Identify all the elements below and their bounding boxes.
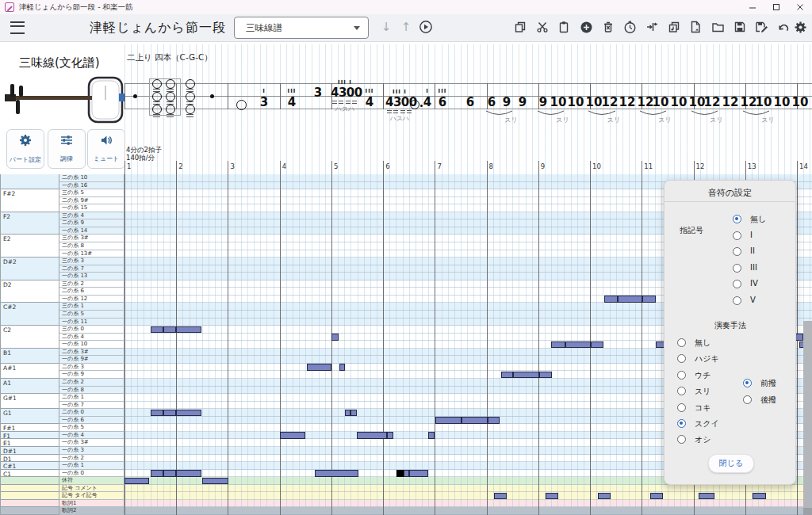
measure-number: 8: [489, 162, 493, 170]
radio-technique-2[interactable]: [677, 371, 686, 380]
row-string-label: 一の糸 9: [59, 371, 124, 379]
radio-technique-4[interactable]: [677, 403, 686, 412]
note-block[interactable]: [176, 410, 201, 416]
radio-finger-3[interactable]: [733, 264, 741, 273]
note-block[interactable]: [551, 341, 565, 348]
note-block[interactable]: [591, 341, 603, 348]
tab-beam: [332, 101, 337, 101]
row-string-label: 二の糸 2: [59, 379, 124, 387]
note-block[interactable]: [753, 493, 766, 499]
row-note-label: [0, 477, 59, 485]
tab-beam: [346, 101, 350, 101]
radio-technique-1[interactable]: [677, 354, 686, 363]
row-string-label: 一の糸 8: [59, 387, 124, 395]
note-block[interactable]: [488, 417, 500, 423]
row-string-label: 三の糸 1: [59, 303, 124, 311]
note-block[interactable]: [404, 470, 409, 476]
tab-number: 10: [549, 96, 568, 109]
tab-finger-mark: III I: [385, 89, 414, 95]
radio-label: ハジキ: [695, 353, 719, 364]
note-block[interactable]: [202, 478, 228, 484]
note-block[interactable]: [151, 326, 163, 333]
panel-title: 音符の設定: [665, 187, 795, 199]
close-panel-button[interactable]: 閉じる: [708, 454, 754, 473]
row-string-label: 一の糸 3: [59, 447, 124, 455]
tab-open-string: [236, 100, 247, 110]
row-string-label: 二の糸 6: [59, 288, 124, 296]
note-block[interactable]: [331, 334, 339, 340]
measure-number: 9: [541, 162, 545, 170]
radio-finger-5[interactable]: [733, 296, 741, 305]
note-block[interactable]: [124, 478, 149, 484]
measure-line: [487, 161, 488, 515]
tab-number: 3: [255, 96, 274, 109]
tab-open-string: [186, 79, 195, 89]
radio-label: II: [750, 246, 755, 255]
radio-stroke-0[interactable]: [743, 379, 752, 387]
note-block[interactable]: [339, 364, 345, 370]
note-block[interactable]: [539, 372, 552, 378]
tab-open-string: [410, 100, 419, 109]
note-block[interactable]: [494, 493, 507, 499]
radio-technique-0[interactable]: [677, 338, 686, 347]
app-window: 津軽じょんから節一段 - 和楽一筋 津軽じょんから節一段 三味線譜 ↓↑ 三味線…: [0, 0, 812, 515]
row-note-label: C#2: [0, 303, 59, 326]
note-block[interactable]: [176, 470, 201, 476]
note-block[interactable]: [151, 470, 163, 476]
tab-beam: [400, 110, 405, 111]
note-block[interactable]: [163, 326, 176, 333]
finger-symbol-label: 指記号: [680, 225, 703, 236]
row-string-label: 三の糸 0: [59, 326, 124, 334]
measure-line: [124, 161, 125, 515]
note-block[interactable]: [699, 493, 714, 499]
note-block[interactable]: [176, 326, 201, 333]
note-block[interactable]: [604, 296, 618, 302]
tab-number: 3: [308, 86, 327, 99]
radio-technique-3[interactable]: [677, 387, 686, 395]
note-block[interactable]: [345, 410, 350, 416]
note-block[interactable]: [598, 493, 611, 499]
note-block[interactable]: [513, 372, 539, 378]
technique-label: 演奏手法: [714, 320, 746, 331]
note-block[interactable]: [409, 470, 428, 476]
tab-number: 10: [754, 96, 773, 109]
note-block[interactable]: [642, 296, 656, 302]
note-block[interactable]: [307, 364, 331, 370]
note-block[interactable]: [163, 470, 176, 476]
note-block[interactable]: [428, 432, 435, 438]
tab-technique-label: ハスハ: [329, 105, 361, 113]
tab-beam: [387, 110, 392, 111]
note-block[interactable]: [435, 417, 462, 423]
note-block[interactable]: [501, 372, 513, 378]
radio-technique-5[interactable]: [677, 419, 686, 428]
note-block[interactable]: [565, 341, 591, 348]
tab-beam: [167, 114, 174, 115]
note-block[interactable]: [387, 432, 393, 438]
tab-open-string: [186, 92, 195, 101]
tab-beam: [352, 101, 357, 101]
note-block[interactable]: [151, 410, 163, 416]
row-string-label: 二の糸 5: [59, 311, 124, 319]
radio-finger-1[interactable]: [733, 231, 741, 240]
note-block[interactable]: [350, 410, 357, 416]
note-block[interactable]: [546, 493, 558, 499]
note-block[interactable]: [650, 493, 663, 499]
row-string-label: 一の糸 13: [59, 273, 124, 280]
note-block[interactable]: [462, 417, 488, 423]
tab-beam: [186, 116, 193, 117]
note-block[interactable]: [396, 470, 404, 476]
note-block[interactable]: [618, 296, 642, 302]
row-note-label: C1: [0, 470, 59, 478]
radio-finger-2[interactable]: [733, 247, 741, 256]
row-note-label: D2: [0, 280, 59, 303]
note-block[interactable]: [357, 432, 387, 438]
tab-open-string: [166, 92, 175, 101]
radio-finger-0[interactable]: [733, 215, 741, 223]
radio-finger-4[interactable]: [733, 280, 741, 288]
radio-technique-6[interactable]: [677, 435, 686, 444]
radio-stroke-1[interactable]: [743, 395, 752, 404]
vertical-scrollbar-thumb[interactable]: [803, 321, 812, 511]
note-block[interactable]: [280, 432, 305, 438]
note-block[interactable]: [163, 410, 176, 416]
note-block[interactable]: [315, 470, 358, 476]
